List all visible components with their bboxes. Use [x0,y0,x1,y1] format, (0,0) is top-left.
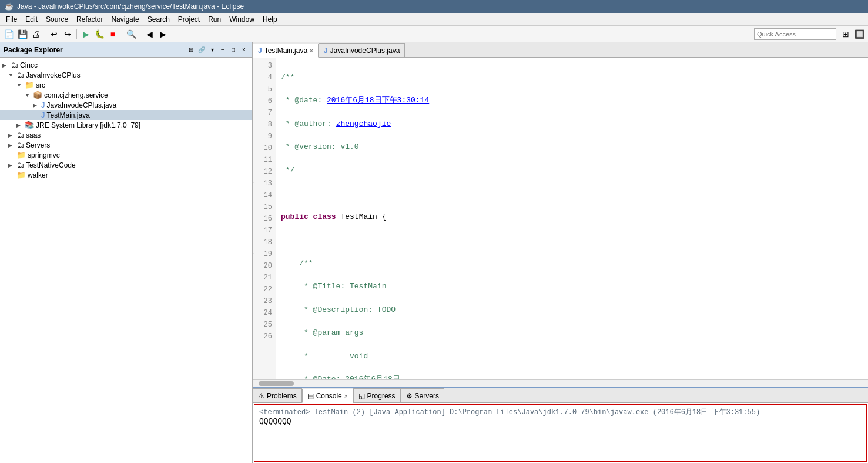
toolbar-prev[interactable]: ↩ [48,28,61,41]
code-line-16: * @Date: 2016年6月18日 [281,374,863,379]
line-17: 17 [256,225,272,237]
arrow-javainvoke: ▼ [8,72,16,78]
code-line-7: */ [281,165,863,176]
bottom-tabs: ⚠ Problems ▤ Console × ◱ Progress ⚙ Serv… [253,388,868,403]
toolbar-stop[interactable]: ■ [106,28,119,41]
icon-servers: 🗂 [16,141,24,149]
servers-icon: ⚙ [406,392,413,400]
menu-help[interactable]: Help [259,14,281,25]
toolbar-sep-2 [76,29,77,39]
label-testmain: TestMain.java [47,111,90,119]
toolbar-run[interactable]: ▶ [79,28,92,41]
editor-tabs: J TestMain.java × J JavaInvodeCPlus.java [253,42,868,58]
menu-search[interactable]: Search [144,14,173,25]
tree-item-src[interactable]: ▼ 📁 src [0,80,252,90]
icon-jre: 📚 [25,121,34,129]
panel-minimize-btn[interactable]: − [218,45,227,55]
menu-bar: File Edit Source Refactor Navigate Searc… [0,13,868,26]
panel-controls: ⊟ 🔗 ▾ − □ × [186,45,249,55]
menu-source[interactable]: Source [42,14,72,25]
line-13: ◈13 [256,178,272,189]
code-line-5: * @author: zhengchaojie [281,118,863,130]
toolbar-back[interactable]: ◀ [143,28,156,41]
menu-refactor[interactable]: Refactor [73,14,106,25]
console-content: <terminated> TestMain (2) [Java Applicat… [254,404,867,462]
tree-item-javainvodecplus[interactable]: ▶ J JavaInvodeCPlus.java [0,100,252,110]
main-layout: Package Explorer ⊟ 🔗 ▾ − □ × ▶ 🗂 Cincc ▼… [0,42,868,463]
label-package: com.cjzheng.service [44,91,108,99]
line-20: 20 [256,260,272,272]
tab-problems[interactable]: ⚠ Problems [253,388,302,402]
tree-item-cincc[interactable]: ▶ 🗂 Cincc [0,60,252,70]
tree-item-testmain[interactable]: J TestMain.java [0,110,252,120]
panel-maximize-btn[interactable]: □ [229,45,238,55]
toolbar-forward[interactable]: ▶ [156,28,169,41]
toolbar-sep-3 [122,29,122,39]
code-content[interactable]: /** * @date: 2016年6月18日下午3:30:14 * @auth… [276,58,868,379]
tree-item-jre[interactable]: ▶ 📚 JRE System Library [jdk1.7.0_79] [0,120,252,130]
label-javainvoke: JavaInvokeCPlus [26,71,81,79]
icon-javainvoke: 🗂 [16,71,24,79]
tree-item-walker[interactable]: 📁 walker [0,170,252,180]
link-btn[interactable]: 🔗 [197,45,206,55]
tab-testmain-label: TestMain.java [264,46,307,55]
editor-scrollbar[interactable] [253,379,868,387]
tree-item-javainvokecplus[interactable]: ▼ 🗂 JavaInvokeCPlus [0,70,252,80]
line-15: 15 [256,201,272,213]
code-line-14: * @param args [281,327,863,339]
quick-access-input[interactable] [754,28,836,40]
tab-javainvode[interactable]: J JavaInvodeCPlus.java [319,43,405,57]
toolbar-maximize[interactable]: 🔲 [853,28,866,41]
tab-servers[interactable]: ⚙ Servers [401,388,444,402]
menu-project[interactable]: Project [175,14,203,25]
tab-progress[interactable]: ◱ Progress [353,388,401,402]
toolbar-search[interactable]: 🔍 [125,28,138,41]
toolbar-perspective[interactable]: ⊞ [839,28,852,41]
menu-window[interactable]: Window [226,14,258,25]
toolbar-next[interactable]: ↪ [61,28,74,41]
collapse-all-btn[interactable]: ⊟ [186,45,196,55]
progress-icon: ◱ [358,392,365,400]
menu-navigate[interactable]: Navigate [108,14,142,25]
toolbar-new[interactable]: 📄 [2,28,15,41]
line-18: 18 [256,237,272,248]
menu-run[interactable]: Run [205,14,224,25]
tree-item-testnative[interactable]: ▶ 🗂 TestNativeCode [0,160,252,170]
toolbar-save[interactable]: 💾 [16,28,29,41]
line-24: 24 [256,307,272,319]
panel-close-btn[interactable]: × [239,45,249,55]
package-explorer: Package Explorer ⊟ 🔗 ▾ − □ × ▶ 🗂 Cincc ▼… [0,42,253,463]
tree-item-springmvc[interactable]: 📁 springmvc [0,150,252,160]
problems-icon: ⚠ [258,392,264,400]
panel-menu-btn[interactable]: ▾ [207,45,217,55]
arrow-servers: ▶ [8,142,16,148]
label-saas: saas [26,131,41,139]
icon-testnative: 🗂 [16,161,24,169]
package-explorer-header: Package Explorer ⊟ 🔗 ▾ − □ × [0,42,252,58]
code-line-10 [281,234,863,246]
progress-label: Progress [367,392,396,400]
arrow-src: ▼ [16,82,25,88]
tab-testmain[interactable]: J TestMain.java × [253,44,319,58]
arrow-saas: ▶ [8,132,16,138]
code-line-3: /** [281,72,863,84]
tree-item-servers[interactable]: ▶ 🗂 Servers [0,140,252,150]
console-close[interactable]: × [344,393,348,399]
tab-testmain-close[interactable]: × [310,48,313,54]
line-12: 12 [256,166,272,178]
code-editor[interactable]: ◇3 4 5 6 7 8 9 10 ◇11 12 ◈13 14 15 16 17… [253,58,868,379]
menu-edit[interactable]: Edit [22,14,41,25]
icon-walker: 📁 [16,171,26,179]
line-21: 21 [256,272,272,284]
line-22: 22 [256,284,272,295]
icon-springmvc: 📁 [16,151,26,159]
menu-file[interactable]: File [2,14,21,25]
toolbar-print[interactable]: 🖨 [29,28,42,41]
line-16: 16 [256,213,272,225]
icon-src: 📁 [25,81,34,89]
tree-item-package[interactable]: ▼ 📦 com.cjzheng.service [0,90,252,100]
tree-item-saas[interactable]: ▶ 🗂 saas [0,130,252,140]
tab-console[interactable]: ▤ Console × [302,389,353,403]
line-26: 26 [256,331,272,342]
toolbar-debug[interactable]: 🐛 [93,28,106,41]
